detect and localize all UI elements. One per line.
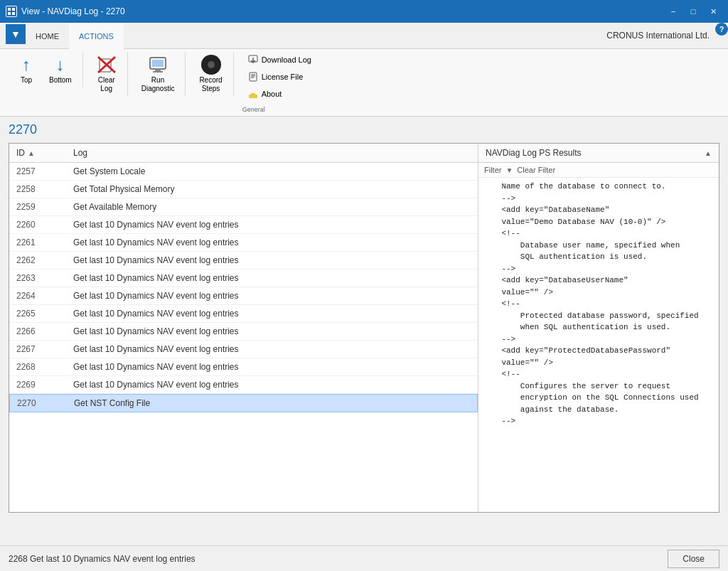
svg-rect-9 [152, 60, 164, 67]
row-log: Get last 10 Dynamics NAV event log entri… [73, 238, 471, 247]
table-row[interactable]: 2261Get last 10 Dynamics NAV event log e… [9, 234, 478, 252]
record-steps-button[interactable]: RecordSteps [194, 52, 227, 96]
row-id: 2265 [16, 309, 73, 319]
svg-rect-14 [250, 73, 257, 81]
ps-header: NAVDiag Log PS Results ▲ [478, 144, 719, 163]
ribbon-nav-button[interactable]: ▼ [6, 24, 26, 44]
row-log: Get Available Memory [73, 202, 471, 212]
ps-collapse-icon[interactable]: ▲ [705, 149, 712, 157]
maximize-button[interactable]: □ [684, 4, 702, 18]
bottom-button[interactable]: ↓ Bottom [44, 52, 77, 87]
run-diag-group-content: RunDiagnostic [136, 52, 180, 96]
close-button[interactable]: Close [668, 550, 719, 568]
table-row[interactable]: 2263Get last 10 Dynamics NAV event log e… [9, 270, 478, 287]
ps-filter-icon: ▼ [505, 166, 513, 174]
svg-rect-4 [12, 12, 15, 15]
about-label: About [262, 90, 282, 98]
table-row[interactable]: 2257Get System Locale [9, 163, 478, 181]
about-button[interactable]: About [242, 86, 287, 102]
svg-rect-19 [251, 93, 255, 95]
ps-title: NAVDiag Log PS Results [486, 148, 582, 158]
run-diagnostic-icon [148, 55, 168, 75]
download-log-icon [247, 54, 259, 65]
row-log: Get System Locale [73, 166, 471, 176]
table-row[interactable]: 2260Get last 10 Dynamics NAV event log e… [9, 216, 478, 234]
ps-panel: NAVDiag Log PS Results ▲ Filter ▼ Clear … [478, 144, 719, 512]
general-group-content: Download Log License Fil [242, 52, 316, 102]
row-log: Get last 10 Dynamics NAV event log entri… [73, 309, 471, 319]
license-file-icon [247, 71, 259, 82]
table-row[interactable]: 2265Get last 10 Dynamics NAV event log e… [9, 305, 478, 323]
table-row[interactable]: 2269Get last 10 Dynamics NAV event log e… [9, 376, 478, 394]
record-group: RecordSteps [188, 52, 233, 96]
row-log: Get last 10 Dynamics NAV event log entri… [73, 362, 471, 372]
log-table-body[interactable]: 2257Get System Locale2258Get Total Physi… [9, 163, 478, 512]
about-row: About [247, 88, 282, 100]
log-table-header: ID ▲ Log [9, 144, 478, 163]
row-id: 2262 [16, 255, 73, 265]
page-body: 2270 ID ▲ Log 2257Get System Locale2258G… [0, 117, 728, 515]
row-id: 2268 [16, 362, 73, 372]
tab-home[interactable]: HOME [26, 23, 69, 48]
row-log: Get last 10 Dynamics NAV event log entri… [73, 344, 471, 354]
download-log-button[interactable]: Download Log [242, 52, 316, 68]
row-id: 2260 [16, 220, 73, 230]
ps-filter-row: Filter ▼ Clear Filter [478, 163, 719, 178]
row-id: 2270 [17, 398, 74, 408]
window-controls: − □ ✕ [664, 4, 722, 18]
minimize-button[interactable]: − [664, 4, 682, 18]
close-window-button[interactable]: ✕ [704, 4, 722, 18]
record-steps-label: RecordSteps [199, 76, 222, 93]
ps-content[interactable]: Name of the database to connect to. --> … [478, 178, 719, 512]
table-row[interactable]: 2268Get last 10 Dynamics NAV event log e… [9, 358, 478, 376]
table-row[interactable]: 2266Get last 10 Dynamics NAV event log e… [9, 323, 478, 341]
nav-group: ↑ Top ↓ Bottom [6, 52, 83, 87]
ps-filter-label: Filter [484, 166, 501, 174]
table-row[interactable]: 2258Get Total Physical Memory [9, 181, 478, 198]
tab-actions[interactable]: ACTIONS [69, 23, 124, 49]
main-panel: ID ▲ Log 2257Get System Locale2258Get To… [9, 143, 719, 513]
table-row[interactable]: 2259Get Available Memory [9, 198, 478, 216]
run-diagnostic-button[interactable]: RunDiagnostic [136, 52, 180, 96]
window-title: View - NAVDiag Log - 2270 [21, 6, 664, 16]
row-log: Get last 10 Dynamics NAV event log entri… [73, 220, 471, 230]
ribbon-tab-bar: ▼ HOME ACTIONS CRONUS International Ltd.… [0, 23, 728, 49]
license-file-row: License File [247, 71, 304, 82]
row-log: Get last 10 Dynamics NAV event log entri… [73, 255, 471, 265]
license-file-button[interactable]: License File [242, 69, 309, 85]
run-diag-group: RunDiagnostic [131, 52, 186, 96]
clear-log-label: ClearLog [98, 76, 115, 93]
row-id: 2259 [16, 202, 73, 212]
log-column-label: Log [73, 148, 87, 158]
ps-clear-filter-button[interactable]: Clear Filter [517, 166, 555, 174]
svg-rect-10 [155, 69, 161, 71]
table-row[interactable]: 2267Get last 10 Dynamics NAV event log e… [9, 341, 478, 358]
record-group-content: RecordSteps [194, 52, 227, 96]
table-row[interactable]: 2262Get last 10 Dynamics NAV event log e… [9, 252, 478, 270]
top-label: Top [21, 76, 32, 85]
row-log: Get Total Physical Memory [73, 184, 471, 194]
svg-rect-3 [8, 12, 11, 15]
row-id: 2267 [16, 344, 73, 354]
bottom-icon: ↓ [50, 55, 70, 75]
page-title: 2270 [9, 122, 719, 137]
clear-log-icon [97, 55, 117, 75]
col-id-header: ID ▲ [16, 148, 73, 158]
help-button[interactable]: ? [715, 23, 728, 36]
bottom-label: Bottom [49, 76, 72, 85]
nav-group-content: ↑ Top ↓ Bottom [11, 52, 77, 87]
company-name: CRONUS International Ltd. [601, 23, 715, 48]
top-icon: ↑ [16, 55, 36, 75]
clear-log-group: ClearLog [86, 52, 128, 96]
row-id: 2269 [16, 380, 73, 390]
general-group: Download Log License Fil [237, 52, 322, 113]
app-icon [6, 6, 17, 17]
top-button[interactable]: ↑ Top [11, 52, 41, 87]
clear-log-button[interactable]: ClearLog [92, 52, 122, 96]
table-row[interactable]: 2264Get last 10 Dynamics NAV event log e… [9, 287, 478, 305]
row-id: 2264 [16, 291, 73, 301]
row-log: Get last 10 Dynamics NAV event log entri… [73, 326, 471, 336]
table-row[interactable]: 2270Get NST Config File [9, 394, 478, 412]
row-log: Get last 10 Dynamics NAV event log entri… [73, 291, 471, 301]
ribbon: ▼ HOME ACTIONS CRONUS International Ltd.… [0, 23, 728, 117]
